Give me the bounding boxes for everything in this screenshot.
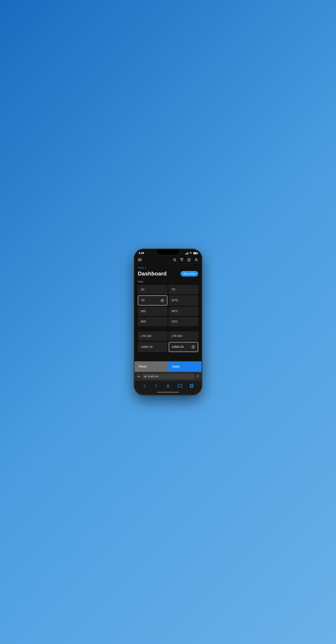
option-ltr100[interactable]: LTR-100 [138,332,167,340]
bookmarks-button[interactable] [177,383,183,389]
browser-back-button[interactable] [141,383,147,389]
option-1d-label: 1D [141,288,144,291]
time-section-label: Time [138,280,198,283]
breadcrumb: Home / [138,266,198,269]
header-left [138,258,142,261]
app-header [134,256,202,264]
browser-forward-button[interactable] [153,383,159,389]
home-bar [157,392,179,393]
status-bar: 4:08 [134,249,202,256]
app-content: Home / Dashboard Show Filter Time 1D TD [134,264,202,395]
browser-url-text: inuali.com [148,375,159,378]
option-asma50-label: ASMA-50 [172,346,184,348]
option-7d-label: 7D [141,299,144,302]
option-qtd-label: QTD [172,320,177,323]
option-1d[interactable]: 1D [138,285,167,294]
header-right [173,258,198,262]
tabs-button[interactable] [189,383,195,389]
page-title: Dashboard [138,270,167,277]
page-area: Home / Dashboard Show Filter Time 1D TD [134,264,202,361]
option-7d-check: ✓ [160,298,164,302]
option-90d[interactable]: 90D [138,317,167,326]
user-icon[interactable] [194,258,198,262]
option-mtd[interactable]: MTD [169,307,198,316]
share-button[interactable] [165,383,171,389]
browser-reload-button[interactable]: ↺ [196,374,199,378]
section-gap [138,329,198,332]
option-90d-label: 90D [141,320,146,323]
option-asma50-check: ✓ [191,345,195,349]
hamburger-menu-icon[interactable] [138,258,142,261]
info-icon[interactable] [187,258,191,262]
battery-icon [193,252,197,254]
option-ltr100-label: LTR-100 [141,334,151,338]
notch [157,249,179,254]
signal-bars-icon [185,252,188,254]
checkmark-icon-2: ✓ [192,346,194,348]
svg-line-1 [175,260,176,261]
option-ltr300-label: LTR-300 [172,334,182,338]
signal-bar-2 [186,253,186,254]
breadcrumb-home-link[interactable]: Home [138,266,144,269]
search-icon[interactable] [173,258,176,262]
hamburger-line-1 [138,258,142,259]
wifi-icon [189,252,192,255]
option-mtd-label: MTD [172,310,178,313]
browser-nav [134,381,202,390]
benchmark-options-grid: LTR-100 LTR-300 ASMA-10 ASMA-50 ✓ [138,332,198,352]
breadcrumb-separator: / [145,266,146,269]
phone-frame: 4:08 [134,249,202,395]
option-qtd[interactable]: QTD [169,317,198,326]
option-wtd[interactable]: WTD [169,296,198,306]
hamburger-line-3 [138,261,142,261]
option-30d-label: 30D [141,310,146,313]
option-ltr300[interactable]: LTR-300 [169,332,198,340]
browser-lock-icon: 🔒 [144,375,147,378]
page-title-row: Dashboard Show Filter [138,270,198,277]
option-7d[interactable]: 7D ✓ [138,296,167,306]
hamburger-line-2 [138,260,142,260]
option-30d[interactable]: 30D [138,307,167,316]
signal-bar-3 [187,253,187,254]
status-icons [185,252,197,255]
browser-url-box[interactable]: 🔒 inuali.com [142,374,195,379]
svg-marker-2 [180,258,183,261]
signal-bar-4 [188,252,188,254]
reset-button[interactable]: Reset [134,361,168,372]
time-options-grid: 1D TD 7D ✓ WTD 30D MT [138,285,198,326]
battery-fill [194,253,196,254]
checkmark-icon: ✓ [161,299,163,302]
option-td-label: TD [172,288,175,291]
apply-button[interactable]: Apply [168,361,202,372]
browser-bar: Aa 🔒 inuali.com ↺ [134,372,202,381]
show-filter-button[interactable]: Show Filter [181,271,198,276]
browser-aa-button[interactable]: Aa [137,375,140,378]
filter-icon[interactable] [180,258,184,262]
signal-bar-1 [185,254,186,254]
option-asma10-label: ASMA-10 [141,346,152,348]
option-asma10[interactable]: ASMA-10 [138,342,167,352]
status-time: 4:08 [139,252,144,255]
option-asma50[interactable]: ASMA-50 ✓ [169,342,198,352]
option-wtd-label: WTD [172,299,178,302]
option-td[interactable]: TD [169,285,198,294]
svg-point-6 [196,258,197,260]
home-indicator [134,390,202,395]
action-bar: Reset Apply [134,361,202,372]
